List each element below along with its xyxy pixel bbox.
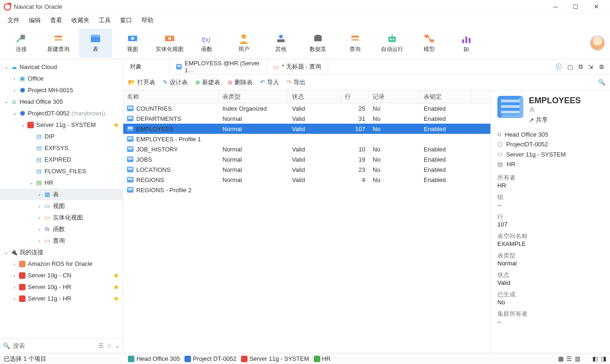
export-button[interactable]: ↷导出 [286,78,305,87]
menu-file[interactable]: 文件 [3,14,24,26]
office-icon: ⧈ [12,98,16,106]
toolbar-fx-button[interactable]: f(x)函数 [190,29,223,57]
menu-favorites[interactable]: 收藏夹 [67,14,94,26]
tree-cloud[interactable]: ⌄☁Navicat Cloud [0,61,123,73]
tab-untitled-query[interactable]: ▭* 无标题 - 查询 [267,59,328,74]
detail-prop: 表空间名称EXAMPLE [497,232,604,247]
tree-schema-hr[interactable]: ⌄▤HR [0,177,123,188]
toolbar-mview-button[interactable]: 实体化视图 [153,29,186,57]
search-icon[interactable]: 🔍 [598,79,605,86]
tree-conn-Server-11g---HR[interactable]: ›Server 11g - HR★ [0,293,123,304]
tree-my-connections[interactable]: ⌄🔌我的连接 [0,246,123,258]
menu-edit[interactable]: 编辑 [24,14,45,26]
table-row[interactable]: JOBSNormalValid19NoEnabled [123,154,490,164]
ddl-icon[interactable]: ▢ [567,63,573,70]
table-row[interactable]: REGIONS - Profile 2 [123,185,490,195]
table-row[interactable]: REGIONSNormalValid4NoEnabled [123,175,490,185]
settings-icon[interactable]: ⚙ [599,63,604,70]
tree-hr-4[interactable]: ›▭查询 [0,235,123,246]
minimize-button[interactable]: ─ [545,0,566,13]
tree-head-office[interactable]: ⌄⧈Head Office 305 [0,96,123,107]
menu-view[interactable]: 查看 [45,14,67,26]
tree-schema-exfsys[interactable]: ▤EXFSYS [0,142,123,154]
import-button[interactable]: ↶导入 [260,78,279,87]
toolbar-robot-button[interactable]: 自动运行 [375,29,409,57]
tree-projectdt[interactable]: ⌄⬢ProjectDT-0052 (marybrown) [0,107,123,119]
toolbar-other-button[interactable]: 其他 [264,29,298,57]
toolbar-model-button[interactable]: 模型 [413,29,446,57]
toolbar-bi-button[interactable]: BI [450,29,483,57]
fx-icon: f(x) [200,32,214,44]
tree-schema-flows_files[interactable]: ▤FLOWS_FILES [0,165,123,177]
col-type[interactable]: 表类型 [219,90,288,103]
col-status[interactable]: 状态 [288,90,341,103]
star-icon[interactable]: ★ [113,271,119,280]
star-icon[interactable]: ★ [113,295,119,303]
tree-office[interactable]: ›▣Office [0,73,123,84]
view-detail-icon[interactable]: ▥ [575,355,580,362]
status-crumb[interactable]: Head Office 305 [128,355,180,362]
toolbar-pump-button[interactable]: 数据泵 [301,29,335,57]
open-table-button[interactable]: 📂打开表 [128,78,155,87]
object-grid[interactable]: 名称 表类型 状态 行 记录 表锁定 COUNTRIESIndex Organi… [123,90,490,353]
col-rows[interactable]: 行 [341,90,369,103]
star-icon[interactable]: ★ [113,121,119,129]
collapse-icon[interactable]: ⌄ [115,342,120,349]
new-table-button[interactable]: ⊕新建表 [195,78,220,87]
user-avatar[interactable] [590,35,605,51]
info-icon[interactable]: ⓘ [556,63,562,71]
toolbar-plug-button[interactable]: 连接 [5,29,38,57]
panel-left-icon[interactable]: ◧ [592,355,598,362]
tree-schema-dip[interactable]: ▤DIP [0,131,123,142]
status-crumb[interactable]: HR [314,355,331,362]
tab-objects[interactable]: 对象 [123,59,170,75]
table-row[interactable]: JOB_HISTORYNormalValid10NoEnabled [123,144,490,154]
design-table-button[interactable]: ✎设计表 [163,78,188,87]
tree-conn-Server-10g---CN[interactable]: ›Server 10g - CN★ [0,270,123,281]
sidebar-searchbar: 🔍 ☰ ☆ ⌄ [0,338,123,353]
status-crumb[interactable]: Server 11g - SYSTEM [241,355,309,362]
col-lock[interactable]: 表锁定 [420,90,471,103]
connection-tree[interactable]: ⌄☁Navicat Cloud›▣Office›⬢Project MH-0015… [0,59,123,338]
tree-hr-2[interactable]: ›▭实体化视图 [0,212,123,223]
tree-hr-3[interactable]: ›fx函数 [0,223,123,235]
table-row[interactable]: LOCATIONSNormalValid23NoEnabled [123,164,490,175]
search-input[interactable] [13,342,95,349]
col-name[interactable]: 名称 [123,90,219,103]
table-row[interactable]: DEPARTMENTSNormalValid31NoEnabled [123,113,490,124]
view-list-icon[interactable]: ☰ [566,355,572,362]
tree-project-mh[interactable]: ›⬢Project MH-0015 [0,84,123,96]
expand-icon[interactable]: ⇲ [588,63,593,70]
menu-help[interactable]: 帮助 [137,14,158,26]
toolbar-table-button[interactable]: 表 [79,29,112,57]
table-row[interactable]: EMPLOYEES - Profile 1 [123,134,490,144]
star-icon[interactable]: ★ [113,283,119,291]
tab-employees[interactable]: EMPLOYESS @HR (Server 1… [170,59,267,74]
tree-schema-expired[interactable]: ▤EXPIRED [0,154,123,165]
tree-hr-0[interactable]: ›▦表 [0,188,123,200]
panel-right-icon[interactable]: ◨ [601,355,606,362]
toolbar-query2-button[interactable]: 查询 [338,29,372,57]
toolbar-query-button[interactable]: 新建查询 [42,29,75,57]
star-filter-icon[interactable]: ☆ [107,342,112,349]
maximize-button[interactable]: ☐ [566,0,586,13]
toolbar-view-button[interactable]: 视图 [116,29,149,57]
status-crumb[interactable]: Project DT-0052 [184,355,236,362]
table-row[interactable]: COUNTRIESIndex OrganizedValid25NoEnabled [123,103,490,113]
toolbar-user-button[interactable]: 用户 [227,29,261,57]
view-grid-icon[interactable]: ▦ [558,355,564,362]
menu-window[interactable]: 窗口 [115,14,137,26]
filter-icon[interactable]: ☰ [98,342,104,349]
share-link[interactable]: ↗共享 [529,116,581,124]
close-button[interactable]: ✕ [586,0,606,13]
col-log[interactable]: 记录 [369,90,420,103]
menu-tools[interactable]: 工具 [94,14,115,26]
tree-conn-Amazon-RDS-for-Oracle[interactable]: ›Amazon RDS for Oracle [0,258,123,270]
tree-hr-1[interactable]: ›▭视图 [0,200,123,212]
delete-table-button[interactable]: ⊖删除表 [228,78,253,87]
tree-conn-Server-10g---HR[interactable]: ›Server 10g - HR★ [0,281,123,293]
table-icon [127,167,133,172]
tree-server-11g[interactable]: ⌄Server 11g - SYSTEM★ [0,119,123,131]
table-row[interactable]: EMPLOYEESNormalValid107NoEnabled [123,124,490,134]
er-icon[interactable]: ⧉ [578,63,583,70]
